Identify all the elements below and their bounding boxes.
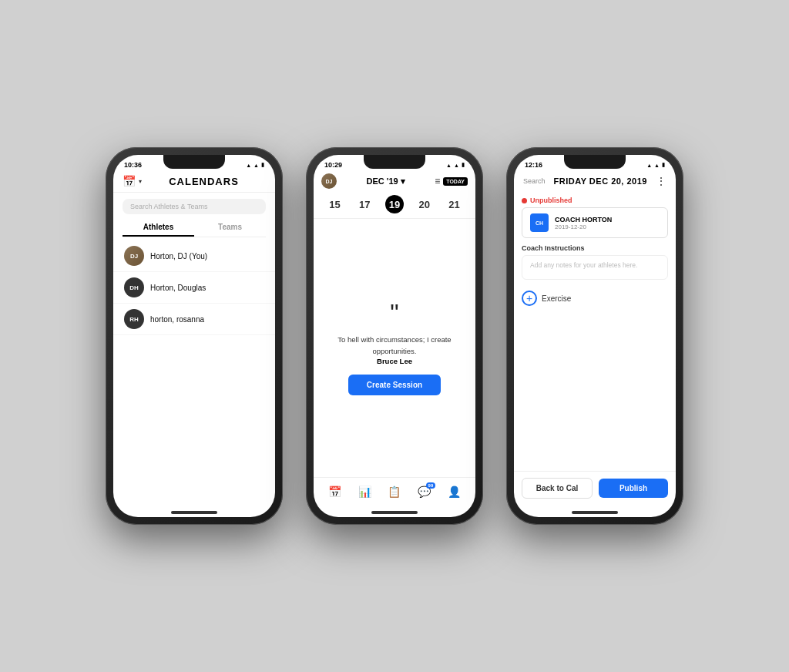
filter-icon[interactable]: ≡	[435, 176, 440, 186]
phone-1: 10:36 ▲ ▲ ▮ 📅 ▾ CALENDARS Search Athlete…	[106, 147, 283, 525]
notes-box[interactable]: Add any notes for your athletes here.	[522, 255, 668, 280]
wifi-icon-2: ▲	[454, 163, 459, 168]
exercise-label: Exercise	[542, 294, 571, 303]
nav-chat-icon[interactable]: 💬 99	[418, 486, 431, 498]
plus-circle-icon[interactable]: +	[522, 291, 537, 306]
quote-author: Bruce Lee	[321, 357, 468, 365]
day-item-20[interactable]: 20	[415, 195, 434, 213]
header-icons-2: ≡ TODAY	[435, 176, 468, 186]
nav-stats-icon[interactable]: 📊	[358, 486, 371, 498]
notes-placeholder: Add any notes for your athletes here.	[530, 261, 637, 269]
create-session-button[interactable]: Create Session	[348, 375, 441, 395]
day-num-21: 21	[445, 195, 464, 213]
more-dots-icon[interactable]: ⋮	[656, 175, 666, 187]
red-dot-icon	[522, 198, 527, 203]
day-num-19: 19	[385, 195, 404, 213]
day-num-17: 17	[355, 195, 374, 213]
coach-date: 2019-12-20	[555, 223, 612, 230]
app-header-2: DJ DEC '19 ▾ ≡ TODAY	[314, 172, 475, 192]
home-bar-2	[314, 505, 475, 517]
chat-badge: 99	[426, 482, 436, 489]
battery-icon: ▮	[261, 162, 264, 168]
tab-teams[interactable]: Teams	[194, 219, 266, 237]
home-bar-1	[113, 505, 275, 517]
time-3: 12:16	[525, 161, 542, 169]
app-header-3: Search FRIDAY DEC 20, 2019 ⋮	[514, 172, 676, 192]
athlete-name-1: Horton, DJ (You)	[150, 252, 207, 260]
status-icons-1: ▲ ▲ ▮	[246, 162, 264, 168]
time-2: 10:29	[324, 161, 342, 169]
nav-profile-icon[interactable]: 👤	[448, 486, 461, 498]
tab-athletes[interactable]: Athletes	[123, 219, 194, 237]
page-title-1: CALENDARS	[142, 176, 266, 187]
bottom-nav: 📅 📊 📋 💬 99 👤	[314, 477, 475, 505]
wifi-icon: ▲	[253, 163, 259, 168]
avatar-dh: DH	[124, 277, 144, 297]
month-title[interactable]: DEC '19 ▾	[367, 176, 405, 186]
athlete-name-3: horton, rosanna	[150, 315, 204, 324]
athlete-item-3[interactable]: RH horton, rosanna	[113, 304, 275, 335]
month-label: DEC '19	[367, 176, 398, 186]
page-wrapper: 10:36 ▲ ▲ ▮ 📅 ▾ CALENDARS Search Athlete…	[0, 0, 789, 672]
time-1: 10:36	[124, 161, 142, 169]
content-area-2: " To hell with circumstances; I create o…	[314, 219, 475, 477]
phone-3: 12:16 ▲ ▲ ▮ Search FRIDAY DEC 20, 2019 ⋮…	[506, 147, 683, 525]
day-item-17[interactable]: 17	[355, 195, 374, 213]
date-title-3: FRIDAY DEC 20, 2019	[554, 176, 647, 186]
signal-icon-2: ▲	[446, 163, 452, 168]
app-header-1: 📅 ▾ CALENDARS	[113, 172, 275, 193]
publish-button[interactable]: Publish	[599, 479, 668, 498]
search-label-3[interactable]: Search	[523, 177, 546, 185]
session-content: Unpublished CH COACH HORTON 2019-12-20 C…	[514, 192, 676, 471]
status-icons-2: ▲ ▲ ▮	[446, 162, 465, 168]
athlete-name-2: Horton, Douglas	[150, 284, 206, 292]
avatar-rh: RH	[124, 309, 144, 329]
phone-2: 10:29 App Store ▲ ▲ ▮ DJ DEC '19 ▾ ≡ TOD…	[306, 147, 483, 525]
nav-clipboard-icon[interactable]: 📋	[388, 486, 401, 498]
back-to-cal-button[interactable]: Back to Cal	[522, 478, 593, 499]
coach-avatar: CH	[530, 213, 549, 232]
wifi-icon-3: ▲	[654, 163, 660, 168]
add-exercise-row[interactable]: + Exercise	[522, 287, 668, 309]
athlete-item-1[interactable]: DJ Horton, DJ (You)	[113, 240, 275, 272]
avatar-dj: DJ	[124, 246, 144, 266]
week-strip: 15 17 19 20 21	[314, 192, 475, 219]
coach-instructions-label: Coach Instructions	[522, 244, 668, 252]
search-box-1[interactable]: Search Athletes & Teams	[123, 199, 266, 214]
nav-calendar-icon[interactable]: 📅	[328, 486, 341, 498]
home-bar-3	[514, 505, 676, 517]
signal-icon-3: ▲	[646, 163, 652, 168]
user-avatar-2[interactable]: DJ	[321, 173, 337, 189]
quote-icon: "	[390, 301, 398, 325]
phone-notch	[163, 155, 225, 169]
coach-info: COACH HORTON 2019-12-20	[555, 216, 612, 230]
athlete-list: DJ Horton, DJ (You) DH Horton, Douglas R…	[113, 237, 275, 505]
quote-block: To hell with circumstances; I create opp…	[321, 334, 468, 365]
calendar-icon-1[interactable]: 📅	[123, 175, 136, 187]
coach-name: COACH HORTON	[555, 216, 612, 223]
phone-notch-2	[364, 155, 425, 169]
day-item-19[interactable]: 19	[385, 195, 404, 213]
day-num-15: 15	[325, 195, 344, 213]
signal-icon: ▲	[246, 163, 251, 168]
today-badge[interactable]: TODAY	[443, 177, 468, 186]
day-item-15[interactable]: 15	[325, 195, 344, 213]
day-num-20: 20	[415, 195, 434, 213]
chevron-icon-2: ▾	[401, 176, 405, 186]
status-icons-3: ▲ ▲ ▮	[646, 162, 665, 168]
phone-notch-3	[564, 155, 626, 169]
tabs-1: Athletes Teams	[123, 219, 266, 237]
unpublished-badge: Unpublished	[522, 192, 668, 207]
day-item-21[interactable]: 21	[445, 195, 464, 213]
athlete-item-2[interactable]: DH Horton, Douglas	[113, 272, 275, 304]
search-placeholder-1: Search Athletes & Teams	[130, 203, 207, 210]
unpublished-label: Unpublished	[530, 197, 572, 204]
battery-icon-3: ▮	[662, 162, 665, 168]
battery-icon-2: ▮	[462, 162, 465, 168]
quote-text: To hell with circumstances; I create opp…	[321, 334, 468, 357]
coach-card[interactable]: CH COACH HORTON 2019-12-20	[522, 207, 668, 238]
bottom-bar-3: Back to Cal Publish	[514, 471, 676, 505]
